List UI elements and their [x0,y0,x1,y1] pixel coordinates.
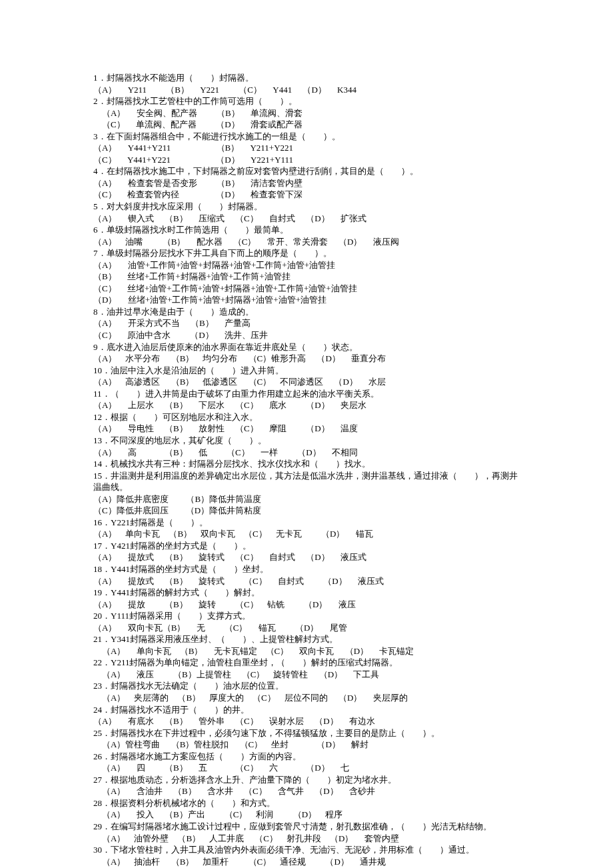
question-options: （A） Y211 （B） Y221 （C） Y441 （D） K344 [93,84,520,96]
question-options: （A） 投入 （B）产出 （C） 利润 （D） 程序 [93,809,520,821]
question-stem: 1．封隔器找水不能选用（ ）封隔器。 [93,72,520,84]
question-options: （C） 检查套管内径 （D） 检查套管下深 [93,189,520,201]
question-stem: 17．Y421封隔器的坐封方式是（ ）。 [93,540,520,552]
question-stem: 21．Y341封隔器采用液压坐封、（ ）、上提管柱解封方式。 [93,633,520,645]
question-options: （A） 含油井 （B） 含水井 （C） 含气井 （D） 含砂井 [93,785,520,797]
question-options: （A） 抽油杆 （B） 加重杆 （C） 通径规 （D） 通井规 [93,856,520,868]
question-stem: 26．封隔器堵水施工方案应包括（ ）方面的内容。 [93,751,520,763]
question-options: （A） 高 （B） 低 （C） 一样 （D） 不相同 [93,447,520,459]
question-options: （A） 油管外壁 （B） 人工井底 （C） 射孔井段 （D） 套管内壁 [93,833,520,845]
question-list: 1．封隔器找水不能选用（ ）封隔器。（A） Y211 （B） Y221 （C） … [93,72,520,868]
question-options: （A） 安全阀、配产器 （B） 单流阀、滑套 [93,107,520,119]
exam-page: 1．封隔器找水不能选用（ ）封隔器。（A） Y211 （B） Y221 （C） … [0,0,613,868]
question-stem: 7．单级封隔器分层找水下井工具自下而上的顺序是（ ）。 [93,247,520,259]
question-options: （A） 提放式 （B） 旋转式 （C） 自封式 （D） 液压式 [93,551,520,563]
question-stem: 9．底水进入油层后使原来的油水界面在靠近井底处呈（ ）状态。 [93,341,520,353]
question-stem: 5．对大斜度井找水应采用（ ）封隔器。 [93,201,520,213]
question-options: （A） 高渗透区 （B） 低渗透区 （C） 不同渗透区 （D） 水层 [93,376,520,388]
question-stem: 6．单级封隔器找水时工作筒选用（ ）最简单。 [93,224,520,236]
question-options: （C） 单流阀、配产器 （D） 滑套或配产器 [93,119,520,131]
question-options: （A） 液压 （B）上提管柱 （C） 旋转管柱 （D） 下工具 [93,669,520,681]
question-options: （A） 双向卡瓦（B） 无 （C） 锚瓦 （D） 尾管 [93,622,520,634]
question-options: （A） 四 （B） 五 （C） 六 （D） 七 [93,762,520,774]
question-options: （A） 提放式 （B） 旋转式 （C） 自封式 （D） 液压式 [93,575,520,587]
question-stem: 8．油井过早水淹是由于（ ）造成的。 [93,306,520,318]
question-stem: 24．封隔器找水不适用于（ ）的井。 [93,704,520,716]
question-stem: 20．Y111封隔器采用（ ）支撑方式。 [93,610,520,622]
question-options: （A） 导电性 （B） 放射性 （C） 摩阻 （D） 温度 [93,423,520,435]
question-stem: 10．油层中注入水是沿油层的（ ）进入井筒。 [93,365,520,377]
question-stem: 3．在下面封隔器组合中，不能进行找水施工的一组是（ ）。 [93,131,520,143]
question-options: （A） 油管+工作筒+油管+封隔器+油管+工作筒+油管+油管挂 [93,259,520,271]
question-options: （B） 丝堵+工作筒+封隔器+油管+工作筒+油管挂 [93,271,520,283]
question-options: （A） 油嘴 （B） 配水器 （C） 常开、常关滑套 （D） 液压阀 [93,236,520,248]
question-options: （C）降低井底回压 （D）降低井筒粘度 [93,505,520,517]
question-options: （A） 单向卡瓦 （B） 无卡瓦锚定 （C） 双向卡瓦 （D） 卡瓦锚定 [93,645,520,657]
question-stem: 13．不同深度的地层水，其矿化度（ ）。 [93,435,520,447]
question-stem: 11．（ ）进入井筒是由于破坏了由重力作用建立起来的油水平衡关系。 [93,388,520,400]
question-stem: 30．下堵水管柱时，入井工具及油管内外表面必须干净、无油污、无泥砂，并用标准（ … [93,844,520,856]
question-options: （A） 锲入式 （B） 压缩式 （C） 自封式 （D） 扩张式 [93,213,520,225]
question-stem: 19．Y441封隔器的解封方式（ ）解封。 [93,587,520,599]
question-stem: 23．封隔器找水无法确定（ ）油水层的位置。 [93,680,520,692]
question-options: （C） 原油中含水 （D） 洗井、压井 [93,329,520,341]
question-stem: 16．Y221封隔器是（ ）。 [93,517,520,529]
question-stem: 22．Y211封隔器为单向锚定，油管柱自重坐封，（ ）解封的压缩式封隔器。 [93,657,520,669]
question-stem: 18．Y441封隔器的坐封方式是（ ）坐封。 [93,563,520,575]
question-options: （C） Y441+Y221 （D） Y221+Y111 [93,154,520,166]
question-stem: 29．在编写封隔器堵水施工设计过程中，应做到套管尺寸清楚，射孔数据准确，（ ）光… [93,821,520,833]
question-options: （A）降低井底密度 （B）降低井筒温度 [93,493,520,505]
question-options: （A） Y441+Y211 （B） Y211+Y221 [93,142,520,154]
question-options: （A） 检查套管是否变形 （B） 清洁套管内壁 [93,177,520,189]
question-options: （A） 有底水 （B） 管外串 （C） 误射水层 （D） 有边水 [93,715,520,727]
question-options: （A） 夹层薄的 （B） 厚度大的 （C） 层位不同的 （D） 夹层厚的 [93,692,520,704]
question-options: （D） 丝堵+油管+工作筒+油管+封隔器+油管+油管+油管挂 [93,294,520,306]
question-stem: 25．封隔器找水在下井过程中，必须匀速下放，不得猛顿猛放，主要目的是防止（ ）。 [93,727,520,739]
question-stem: 15．井温测井是利用温度的差异确定出水层位，其方法是低温水洗井，测井温基线，通过… [93,470,520,493]
question-options: （A）管柱弯曲 （B）管柱脱扣 （C） 坐封 （D） 解封 [93,739,520,751]
question-options: （A） 开采方式不当 （B） 产量高 [93,317,520,329]
question-stem: 28．根据资料分析机械堵水的（ ）和方式。 [93,797,520,809]
question-stem: 12．根据（ ）可区别地层水和注入水。 [93,411,520,423]
question-stem: 2．封隔器找水工艺管柱中的工作筒可选用（ ）。 [93,95,520,107]
question-options: （A） 单向卡瓦 （B） 双向卡瓦 （C） 无卡瓦 （D） 锚瓦 [93,528,520,540]
question-options: （A） 提放 （B） 旋转 （C） 钻铣 （D） 液压 [93,599,520,611]
question-stem: 27．根据地质动态，分析选择含水上升、产油量下降的（ ）初定为堵水井。 [93,774,520,786]
question-options: （A） 上层水 （B） 下层水 （C） 底水 （D） 夹层水 [93,399,520,411]
question-options: （A） 水平分布 （B） 均匀分布 （C）锥形升高 （D） 垂直分布 [93,353,520,365]
question-options: （C） 丝堵+油管+工作筒+油管+封隔器+油管+工作筒+油管+油管挂 [93,283,520,295]
question-stem: 4．在封隔器找水施工中，下封隔器之前应对套管内壁进行刮削，其目的是（ ）。 [93,165,520,177]
question-stem: 14．机械找水共有三种：封隔器分层找水、找水仪找水和（ ）找水。 [93,458,520,470]
